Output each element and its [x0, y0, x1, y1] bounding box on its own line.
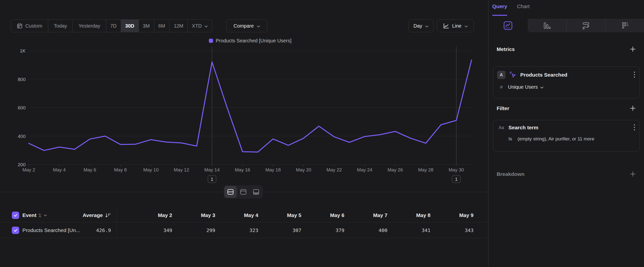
- x-axis-label: May 30: [449, 167, 464, 172]
- tab-insights-chart[interactable]: [488, 19, 528, 32]
- flows-icon: [581, 21, 591, 31]
- x-axis-label: May 4: [53, 167, 66, 172]
- filter-property-name[interactable]: Search term: [508, 125, 538, 131]
- kebab-menu-icon[interactable]: [634, 71, 636, 79]
- cell-value: 349: [163, 227, 172, 233]
- table-header-row: Event 1 Average May 2May 3May 4May 5May …: [0, 208, 488, 222]
- filter-title: Filter: [497, 105, 509, 111]
- x-axis-label: May 20: [296, 167, 311, 172]
- metric-name[interactable]: Products Searched: [520, 72, 567, 78]
- retention-grid-icon: [620, 21, 630, 31]
- column-header[interactable]: May 4: [215, 208, 258, 222]
- value-cell[interactable]: 343: [430, 222, 474, 238]
- aggregation-selector[interactable]: Unique Users: [508, 84, 544, 90]
- column-header-label: May 6: [330, 212, 344, 218]
- table-date-headers: May 2May 3May 4May 5May 6May 7May 8May 9: [116, 208, 474, 222]
- series-line[interactable]: [29, 60, 472, 152]
- cell-value: 341: [422, 227, 430, 233]
- value-cell[interactable]: 400: [344, 222, 388, 238]
- cursor-click-event-icon: [508, 71, 517, 79]
- x-axis-label: May 14: [204, 167, 220, 172]
- x-axis-label: May 12: [174, 167, 189, 172]
- y-axis-label: 200: [18, 162, 26, 167]
- filter-card[interactable]: Aa Search term Is (empty string), Air pu…: [493, 120, 640, 151]
- column-header-label: May 2: [158, 212, 172, 218]
- event-header-label: Event: [22, 212, 36, 218]
- cell-value: 343: [465, 227, 474, 233]
- table-row-left: Products Searched [Un... 426.9: [0, 222, 116, 238]
- x-axis-label: May 6: [84, 167, 96, 172]
- cell-value: 299: [206, 227, 215, 233]
- column-header-label: May 3: [201, 212, 215, 218]
- average-header-label[interactable]: Average: [83, 212, 103, 218]
- table-only-view-button[interactable]: [250, 186, 262, 198]
- tab-retention-grid[interactable]: [606, 19, 644, 32]
- add-filter-button[interactable]: [630, 105, 636, 112]
- results-table: Event 1 Average May 2May 3May 4May 5May …: [0, 208, 488, 238]
- series-name: Products Searched [Un...: [22, 227, 80, 233]
- tab-bar-chart[interactable]: [528, 19, 566, 32]
- value-cell[interactable]: 323: [215, 222, 258, 238]
- metric-card[interactable]: A Products Searched # Unique Users: [493, 67, 640, 99]
- annotation-badge-label: 1: [455, 177, 458, 182]
- column-header[interactable]: May 2: [116, 208, 172, 222]
- x-axis-label: May 10: [143, 167, 158, 172]
- aggregation-label: Unique Users: [508, 84, 538, 90]
- column-header[interactable]: May 7: [344, 208, 388, 222]
- metric-letter-badge: A: [497, 71, 506, 79]
- column-header[interactable]: May 6: [301, 208, 344, 222]
- add-breakdown-button[interactable]: [630, 171, 636, 177]
- filter-section-header: Filter: [497, 105, 636, 112]
- query-panel: Query Chart: [488, 0, 644, 267]
- aggregation-symbol: #: [497, 85, 506, 90]
- x-axis-label: May 16: [235, 167, 250, 172]
- layout-toggle-group: [224, 185, 263, 198]
- split-view-button[interactable]: [224, 186, 237, 198]
- tab-flows[interactable]: [566, 19, 606, 32]
- x-axis-label: May 24: [357, 167, 372, 172]
- column-header[interactable]: May 8: [388, 208, 430, 222]
- column-header[interactable]: May 9: [430, 208, 474, 222]
- chevron-down-icon[interactable]: [44, 213, 47, 217]
- metrics-section-header: Metrics: [497, 46, 636, 53]
- tab-chart[interactable]: Chart: [517, 4, 530, 16]
- value-cell[interactable]: 307: [258, 222, 301, 238]
- select-all-checkbox[interactable]: [12, 212, 19, 219]
- value-cell[interactable]: 341: [388, 222, 430, 238]
- series-checkbox[interactable]: [12, 227, 19, 234]
- insights-chart-icon: [503, 21, 513, 31]
- sort-descending-icon[interactable]: [105, 212, 111, 218]
- add-metric-button[interactable]: [630, 46, 636, 53]
- table-row[interactable]: Products Searched [Un... 426.9 349299323…: [0, 222, 488, 238]
- value-cell[interactable]: 349: [116, 222, 172, 238]
- cell-value: 400: [378, 227, 388, 233]
- filter-operator[interactable]: Is: [508, 136, 512, 142]
- line-chart[interactable]: 2004006008001KMay 2May 4May 6May 8May 10…: [0, 0, 488, 201]
- report-type-strip: [488, 19, 644, 32]
- column-header-label: May 4: [244, 212, 258, 218]
- analysis-area: CustomTodayYesterday7D30D3M6M12MXTD Comp…: [0, 0, 488, 267]
- metrics-title: Metrics: [497, 46, 515, 52]
- x-axis-label: May 26: [388, 167, 403, 172]
- tab-query[interactable]: Query: [492, 4, 507, 16]
- y-axis-label: 400: [18, 134, 26, 139]
- x-axis-label: May 18: [266, 167, 281, 172]
- column-header[interactable]: May 3: [172, 208, 215, 222]
- value-cell[interactable]: 379: [301, 222, 344, 238]
- y-axis-label: 1K: [20, 48, 26, 54]
- column-header-label: May 7: [373, 212, 388, 218]
- column-header-label: May 9: [459, 212, 474, 218]
- value-cell[interactable]: 299: [172, 222, 215, 238]
- x-axis-label: May 28: [418, 167, 434, 172]
- filter-value[interactable]: (empty string), Air purifier, or 11 more: [518, 136, 594, 142]
- column-header[interactable]: May 5: [258, 208, 301, 222]
- kebab-menu-icon[interactable]: [634, 124, 636, 131]
- event-count: 1: [38, 212, 41, 218]
- table-header-left: Event 1 Average: [0, 208, 116, 222]
- breakdown-title: Breakdown: [497, 171, 524, 177]
- chart-only-view-button[interactable]: [237, 186, 250, 198]
- column-header-label: May 8: [416, 212, 430, 218]
- string-property-icon: Aa: [497, 125, 506, 130]
- column-header-label: May 5: [287, 212, 301, 218]
- cell-value: 323: [250, 227, 258, 233]
